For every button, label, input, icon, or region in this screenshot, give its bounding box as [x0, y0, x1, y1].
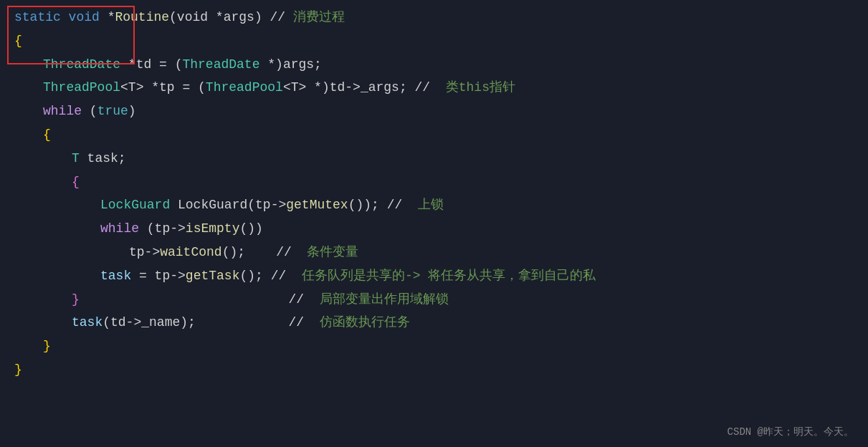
type-lockguard: LockGuard	[100, 195, 170, 216]
comment-1: 消费过程	[293, 7, 345, 28]
method-isempty: isEmpty	[186, 218, 240, 239]
code-line-11: tp->waitCond(); // 条件变量	[0, 241, 868, 264]
task-call: (td->_name); //	[102, 312, 319, 333]
code-line-9: LockGuard LockGuard(tp->getMutex()); // …	[0, 193, 868, 217]
brace-open-2: {	[43, 125, 51, 145]
brace-close-3: }	[72, 289, 80, 310]
decl-td: *td = (	[120, 54, 182, 75]
code-line-12: task = tp->getTask(); // 任务队列是共享的-> 将任务从…	[0, 264, 868, 288]
type-threaddate-1: ThreadDate	[43, 54, 120, 75]
while-paren-close: )	[128, 101, 136, 122]
keyword-while-2: while	[100, 218, 139, 239]
task-assign-end: (); //	[239, 266, 301, 287]
while2-paren: (tp->	[139, 218, 186, 239]
task-decl: task;	[80, 148, 126, 169]
type-threaddate-2: ThreadDate	[182, 54, 259, 75]
task-assign: = tp->	[131, 266, 186, 287]
type-threadpool-1: ThreadPool	[43, 77, 120, 98]
comment-7: 仿函数执行任务	[320, 312, 410, 333]
while-paren: (	[82, 101, 97, 122]
waitcond-call: tp->	[129, 242, 160, 263]
method-gettask: getTask	[186, 266, 240, 287]
code-line-6: {	[0, 123, 868, 147]
comment-4: 条件变量	[307, 242, 358, 263]
code-line-10: while (tp->isEmpty())	[0, 217, 868, 241]
waitcond-end: (); //	[222, 242, 307, 263]
code-line-2: {	[0, 29, 868, 53]
code-line-3: ThreadDate *td = (ThreadDate *)args;	[0, 53, 868, 77]
comment-5: 任务队列是共享的-> 将任务从共享，拿到自己的私	[302, 266, 596, 287]
keyword-static: static void	[14, 7, 100, 28]
code-line-14: task(td->_name); // 仿函数执行任务	[0, 311, 868, 335]
code-line-5: while (true)	[0, 100, 868, 123]
keyword-while-1: while	[43, 101, 82, 122]
code-line-16: }	[0, 358, 868, 382]
while2-paren-close: ())	[239, 218, 262, 239]
punct-star: *	[100, 7, 115, 28]
brace-close-2: }	[43, 336, 51, 357]
var-task-call: task	[72, 312, 102, 333]
watermark: CSDN @昨天；明天。今天。	[728, 426, 854, 438]
lockguard-decl: LockGuard(tp->	[170, 195, 286, 216]
keyword-true: true	[97, 101, 128, 122]
lockguard-end: ()); //	[348, 195, 418, 216]
method-waitcond: waitCond	[160, 242, 221, 263]
params: (void *args) //	[169, 7, 293, 28]
method-getmutex: getMutex	[286, 195, 348, 216]
code-line-7: T task;	[0, 147, 868, 170]
brace-close-1: }	[14, 360, 22, 380]
comment-2: 类this指针	[446, 77, 515, 98]
var-task: task	[100, 266, 131, 287]
brace-open-3: {	[72, 172, 80, 193]
code-line-13: } // 局部变量出作用域解锁	[0, 288, 868, 312]
code-line-1: static void *Routine(void *args) // 消费过程	[0, 6, 868, 29]
decl-tp-end: <T> *)td->_args; //	[283, 77, 446, 98]
decl-td-end: *)args;	[259, 54, 321, 75]
code-line-15: }	[0, 335, 868, 358]
decl-tp: <T> *tp = (	[120, 77, 206, 98]
brace-open-1: {	[14, 31, 22, 52]
type-threadpool-2: ThreadPool	[206, 77, 283, 98]
comment-3: 上锁	[418, 195, 444, 216]
code-container: static void *Routine(void *args) // 消费过程…	[0, 0, 868, 447]
type-T: T	[72, 148, 80, 169]
code-line-8: {	[0, 170, 868, 194]
func-routine: Routine	[115, 7, 169, 28]
code-line-4: ThreadPool<T> *tp = (ThreadPool<T> *)td-…	[0, 76, 868, 100]
comment-6: 局部变量出作用域解锁	[320, 289, 449, 310]
scope-comment-space: //	[80, 289, 320, 310]
